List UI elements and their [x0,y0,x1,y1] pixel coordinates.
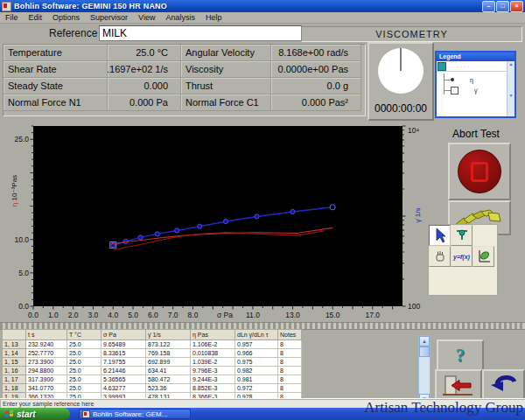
legend-symbol-square-icon [451,87,458,94]
readout-label: Angular Velocity [181,45,271,61]
reference-label: Reference [49,27,97,39]
table-cell: 294.8800 [26,367,67,375]
column-header[interactable]: T °C [67,330,102,340]
column-header[interactable]: dLn γ̇/dLn τ [235,330,278,340]
reference-input[interactable] [99,25,302,41]
readout-label: Steady State [4,78,108,94]
menu-item-view[interactable]: View [133,13,160,23]
start-button[interactable]: start [0,408,70,420]
table-row[interactable]: 1, 13232.924025.09.65489873.1221.106E-20… [3,340,302,349]
menu-item-help[interactable]: Help [200,13,228,23]
fit-function-button[interactable]: y=f(x) [451,246,472,267]
y-left-tick-label: 10.0 [14,235,29,244]
cursor-tool-button[interactable] [429,225,451,246]
maximize-icon[interactable]: □ [496,1,509,12]
readout-value: 25.0 °C [108,45,181,61]
table-cell: 873.122 [146,340,191,349]
table-cell: 317.3900 [26,375,67,384]
table-row[interactable]: 1, 14252.777025.08.33615769.1580.0108380… [3,349,302,358]
readout-value: 0.000 Pa [108,94,181,111]
table-cell: 523.36 [146,384,191,393]
legend-window[interactable]: Legend ···· ▲▼ ηγ̇ [435,51,516,118]
live-readouts: Temperature25.0 °CAngular Velocity8.168e… [3,44,366,116]
x-tick-label: 17.0 [366,311,381,319]
table-row[interactable]: 1, 17317.390025.05.36565580.4729.244E-30… [3,375,302,384]
row-number: 1, 14 [3,349,26,358]
table-cell: 252.7770 [26,349,67,358]
pan-tool-button[interactable] [429,246,451,267]
clock-pie-icon [371,44,430,98]
legend-scrollbar[interactable]: ▲▼ [507,61,514,116]
row-number: 1, 16 [3,367,26,375]
column-header[interactable]: t s [26,330,67,340]
menu-item-supervisor[interactable]: Supervisor [85,13,133,23]
table-cell: 580.472 [146,375,191,384]
menu-item-analysis[interactable]: Analysis [160,13,200,23]
legend-item[interactable]: η [444,75,473,84]
legend-toolbar: ···· [437,61,514,72]
legend-item[interactable]: γ̇ [444,86,478,94]
app-window: Bohlin Software: GEMINI 150 HR NANO – □ … [0,0,525,420]
y-left-tick-label: 0.0 [18,302,29,311]
chart-plot-area[interactable] [33,126,402,306]
column-header[interactable] [3,330,26,340]
legend-symbol-dot-icon [451,78,454,81]
hand-icon [433,249,447,263]
menu-item-edit[interactable]: Edit [24,13,48,23]
results-table: t sT °Cσ Paγ̇ 1/sη PasdLn γ̇/dLn τNotes1… [2,329,302,402]
readout-value: 0.0000e+00 Pas [271,61,361,78]
row-number: 1, 13 [3,340,26,349]
window-title: Bohlin Software: GEMINI 150 HR NANO [14,2,167,10]
vertical-scrollbar[interactable]: ▲ ▼ [418,335,430,405]
table-cell: 273.3900 [26,358,67,367]
table-cell: 1.039E-2 [191,358,235,367]
table-cell: 0.982 [235,367,278,375]
column-header[interactable]: γ̇ 1/s [146,330,191,340]
legend-item-label: γ̇ [474,88,478,94]
rotor-icon [454,228,470,243]
close-icon[interactable]: × [510,1,523,12]
table-cell: 9.244E-3 [191,375,235,384]
table-row[interactable]: 1, 16294.880025.06.21446634.419.796E-30.… [3,367,302,375]
readout-value: 8.168e+00 rad/s [271,45,361,61]
table-cell: 25.0 [67,349,102,358]
geometry-tool-button[interactable] [451,225,472,246]
y-right-bottom-label: 100 [408,302,420,311]
fx-label: y=f(x) [453,254,470,260]
menu-item-options[interactable]: Options [47,13,85,23]
table-row[interactable]: 1, 18341.077025.04.63277523.368.852E-30.… [3,384,302,393]
autoscale-tool-button[interactable] [472,246,494,267]
readout-label: Normal Force C1 [181,94,271,111]
x-tick-label: 4.0 [108,311,118,319]
table-cell: 25.0 [67,375,102,384]
arrow-cursor-icon [433,228,447,243]
row-number: 1, 17 [3,375,26,384]
table-cell: 8 [278,375,302,384]
scroll-up-icon[interactable]: ▲ [419,336,430,346]
readout-label: Thrust [181,78,271,94]
legend-tool-icon[interactable] [438,62,446,71]
row-number: 1, 15 [3,358,26,367]
legend-dots: ···· [457,64,471,69]
viscometry-chart[interactable]: 0.01.02.03.04.05.06.07.08.0σ Pa11.013.01… [7,122,429,331]
legend-body: ···· ▲▼ ηγ̇ [437,61,514,116]
legend-window-title[interactable]: Legend [437,52,514,61]
table-row[interactable]: 1, 15273.390025.07.19755692.8991.039E-20… [3,358,302,367]
title-bar[interactable]: Bohlin Software: GEMINI 150 HR NANO – □ … [0,0,525,12]
table-cell: 8 [278,349,302,358]
x-tick-label: σ Pa [217,311,233,319]
table-cell: 7.19755 [102,358,146,367]
table-cell: 769.158 [146,349,191,358]
table-cell: 0.981 [235,375,278,384]
abort-test-button[interactable] [448,143,511,200]
column-header[interactable]: η Pas [191,330,235,340]
mode-title: VISCOMETRY [301,26,522,42]
column-header[interactable]: Notes [278,330,302,340]
menu-item-file[interactable]: File [0,13,24,23]
readout-label: Temperature [4,45,108,61]
help-button[interactable]: ? [437,340,484,371]
minimize-icon[interactable]: – [482,1,495,12]
taskbar-task-button[interactable]: Bohlin Software: GEM... [79,409,191,419]
scroll-thumb[interactable] [419,346,430,357]
column-header[interactable]: σ Pa [102,330,146,340]
